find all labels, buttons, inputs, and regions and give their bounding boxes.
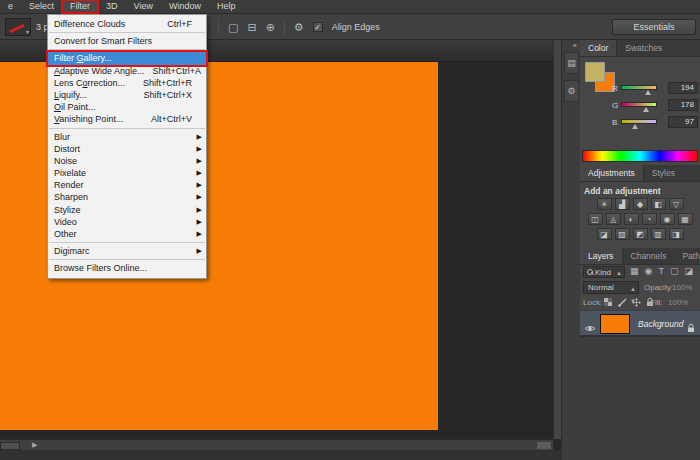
collapsed-panel-dock: « ▤⚙ — [561, 40, 580, 460]
menu-item-noise[interactable]: Noise▶ — [48, 155, 206, 167]
status-arrow-icon[interactable]: ▶ — [32, 441, 37, 449]
pixel-filter-icon[interactable]: ▦ — [630, 266, 639, 276]
menu-item-window[interactable]: Window — [161, 0, 209, 13]
color-balance-icon[interactable]: ◬ — [606, 213, 621, 225]
menu-item-distort[interactable]: Distort▶ — [48, 143, 206, 155]
levels-icon[interactable]: ▟ — [615, 198, 630, 210]
menu-item-convert-for-smart-filters[interactable]: Convert for Smart Filters — [48, 35, 206, 47]
expand-panels-icon[interactable]: « — [573, 41, 577, 50]
layer-name[interactable]: Background — [638, 319, 683, 329]
menu-item-oil-paint[interactable]: Oil Paint... — [48, 101, 206, 113]
zoom-field[interactable] — [0, 442, 20, 450]
menu-item-browse-filters-online[interactable]: Browse Filters Online... — [48, 262, 206, 274]
tab-styles[interactable]: Styles — [644, 165, 683, 181]
channel-value-field[interactable]: 97 — [668, 116, 698, 128]
submenu-arrow-icon: ▶ — [197, 191, 202, 203]
tab-layers[interactable]: Layers — [580, 248, 623, 264]
channel-slider-track[interactable] — [621, 119, 657, 124]
lock-pixels-icon[interactable] — [618, 298, 627, 309]
type-filter-icon[interactable]: T — [658, 266, 664, 276]
adjustment-filter-icon[interactable]: ◉ — [645, 266, 653, 276]
lock-transparent-icon[interactable] — [604, 298, 613, 309]
channel-value-field[interactable]: 178 — [668, 99, 698, 111]
menu-item-partial[interactable]: e — [0, 0, 21, 13]
layer-row[interactable]: Background — [580, 310, 700, 336]
vertical-scrollbar[interactable] — [553, 40, 561, 439]
channel-mixer-icon[interactable]: ◉ — [660, 213, 675, 225]
menu-item-pixelate[interactable]: Pixelate▶ — [48, 167, 206, 179]
menu-item-3d[interactable]: 3D — [98, 0, 126, 13]
submenu-arrow-icon: ▶ — [197, 143, 202, 155]
menu-item-blur[interactable]: Blur▶ — [48, 131, 206, 143]
horizontal-scrollbar[interactable] — [537, 442, 551, 449]
color-lookup-icon[interactable]: ▦ — [678, 213, 693, 225]
shape-filter-icon[interactable]: ▢ — [670, 266, 679, 276]
lock-position-icon[interactable] — [632, 298, 641, 309]
vibrance-icon[interactable]: ▽ — [669, 198, 684, 210]
submenu-arrow-icon: ▶ — [197, 167, 202, 179]
search-icon — [587, 269, 593, 275]
channel-slider-thumb[interactable] — [632, 124, 638, 129]
stroke-options-icon[interactable]: ▢ — [228, 18, 238, 36]
tab-adjustments[interactable]: Adjustments — [580, 165, 644, 181]
tab-channels[interactable]: Channels — [623, 248, 675, 264]
fill-label: Fill: — [650, 298, 662, 307]
hue-saturation-icon[interactable]: ◫ — [588, 213, 603, 225]
path-alignment-icon[interactable]: ⊕ — [266, 18, 275, 36]
menu-separator — [49, 32, 205, 33]
channel-slider-thumb[interactable] — [645, 90, 651, 95]
history-panel-icon[interactable]: ▤ — [564, 52, 579, 74]
eye-icon[interactable] — [584, 319, 596, 337]
photo-filter-icon[interactable]: ◔ — [642, 213, 657, 225]
menu-item-filter[interactable]: Filter — [62, 0, 98, 13]
menu-item-select[interactable]: Select — [21, 0, 62, 13]
layer-thumbnail[interactable] — [600, 314, 630, 334]
brightness-contrast-icon[interactable]: ☀ — [597, 198, 612, 210]
exposure-icon[interactable]: ◧ — [651, 198, 666, 210]
smart-object-filter-icon[interactable]: ◪ — [684, 266, 693, 276]
menu-item-view[interactable]: View — [126, 0, 161, 13]
menu-item-sharpen[interactable]: Sharpen▶ — [48, 191, 206, 203]
tool-preset-picker[interactable]: ▾ — [5, 18, 31, 36]
foreground-color-swatch[interactable] — [585, 62, 605, 82]
menu-item-other[interactable]: Other▶ — [48, 228, 206, 240]
tab-paths[interactable]: Paths — [674, 248, 700, 264]
threshold-icon[interactable]: ◩ — [633, 228, 648, 240]
menu-item-render[interactable]: Render▶ — [48, 179, 206, 191]
posterize-icon[interactable]: ▨ — [615, 228, 630, 240]
channel-value-field[interactable]: 194 — [668, 82, 698, 94]
opacity-value[interactable]: 100% — [672, 283, 692, 292]
fill-value[interactable]: 100% — [668, 298, 688, 307]
menu-item-stylize[interactable]: Stylize▶ — [48, 204, 206, 216]
invert-icon[interactable]: ◪ — [597, 228, 612, 240]
tab-swatches[interactable]: Swatches — [617, 40, 670, 56]
selective-color-icon[interactable]: ◨ — [669, 228, 684, 240]
menu-item-help[interactable]: Help — [209, 0, 244, 13]
path-operations-icon[interactable]: ⊟ — [247, 18, 256, 36]
gradient-map-icon[interactable]: ▥ — [651, 228, 666, 240]
channel-slider-thumb[interactable] — [643, 107, 649, 112]
workspace-switcher-button[interactable]: Essentials — [612, 19, 696, 35]
channel-slider-track[interactable] — [621, 102, 657, 107]
menu-item-digimarc[interactable]: Digimarc▶ — [48, 245, 206, 257]
menu-item-liquify[interactable]: Liquify...Shift+Ctrl+X — [48, 89, 206, 101]
curves-icon[interactable]: ◆ — [633, 198, 648, 210]
menu-item-filter-gallery[interactable]: Filter Gallery... — [48, 52, 206, 64]
lock-label: Lock: — [583, 298, 602, 307]
menu-item-video[interactable]: Video▶ — [48, 216, 206, 228]
align-edges-checkbox[interactable]: ✓ — [313, 22, 323, 32]
menu-item-adaptive-wide-angle[interactable]: Adaptive Wide Angle...Shift+Ctrl+A — [48, 65, 206, 77]
menu-item-difference-clouds[interactable]: Difference CloudsCtrl+F — [48, 18, 206, 30]
layer-filter-kind-select[interactable]: Kind ▲▼ — [583, 266, 625, 278]
tab-color[interactable]: Color — [580, 40, 617, 56]
properties-panel-icon[interactable]: ⚙ — [564, 80, 579, 102]
channel-label: B — [612, 118, 617, 127]
color-spectrum-ramp[interactable] — [582, 150, 698, 162]
blend-mode-select[interactable]: Normal ▲▼ — [583, 281, 639, 294]
channel-slider-track[interactable] — [621, 85, 657, 90]
menu-item-vanishing-point[interactable]: Vanishing Point...Alt+Ctrl+V — [48, 113, 206, 125]
gear-icon[interactable]: ⚙ — [294, 18, 304, 36]
chevron-down-icon: ▾ — [26, 28, 29, 35]
menu-item-lens-correction[interactable]: Lens Correction...Shift+Ctrl+R — [48, 77, 206, 89]
black-white-icon[interactable]: ◐ — [624, 213, 639, 225]
